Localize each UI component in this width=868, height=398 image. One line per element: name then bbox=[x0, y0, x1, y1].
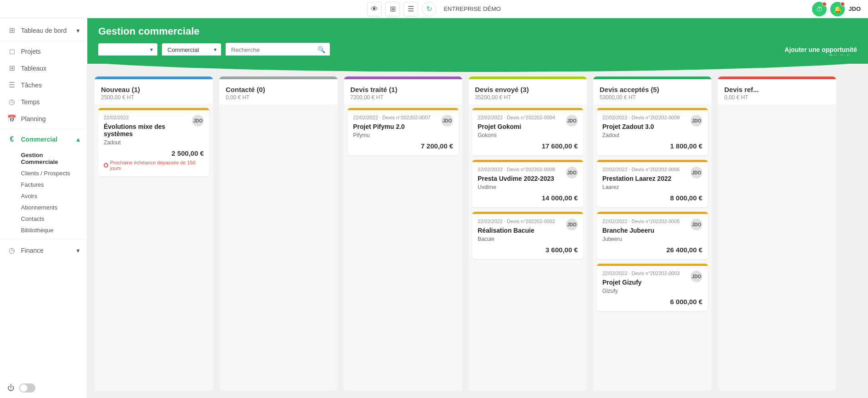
card-body-c9: JDO22/02/2022 · Devis n°202202-0003Proje… bbox=[597, 266, 708, 311]
kanban-col-devis-envoye: Devis envoyé (3) 35200,00 € HT JDO22/02/… bbox=[469, 77, 587, 391]
card-amount-c7: 8 000,00 € bbox=[602, 194, 702, 202]
card-title-c9: Projet Gizufy bbox=[602, 279, 702, 286]
card-title-c8: Branche Jubeeru bbox=[602, 227, 702, 234]
card-title-c3: Projet Gokomi bbox=[478, 123, 578, 130]
add-opportunity-button[interactable]: Ajouter une opportunité bbox=[785, 46, 857, 53]
list-icon-btn[interactable]: ☰ bbox=[404, 2, 418, 16]
card-client-c6: Zadout bbox=[602, 132, 702, 138]
card-avatar-c1: JDO bbox=[192, 115, 204, 127]
clock-badge[interactable]: ⏱ bbox=[812, 2, 827, 16]
kanban-col-title-area-nouveau: Nouveau (1) 2500,00 € HT bbox=[95, 79, 213, 104]
card-amount-c8: 26 400,00 € bbox=[602, 246, 702, 254]
card-date-c6: 22/02/2022 · Devis n°202202-0009 bbox=[602, 115, 702, 120]
page-title: Gestion commerciale bbox=[98, 26, 857, 37]
toggle-knob bbox=[20, 384, 27, 392]
user-label: JDO bbox=[848, 5, 861, 12]
card-title-c5: Réalisation Bacuie bbox=[478, 227, 578, 234]
sidebar-sub-factures[interactable]: Factures bbox=[21, 179, 87, 190]
card-amount-c9: 6 000,00 € bbox=[602, 298, 702, 306]
search-button[interactable]: 🔍 bbox=[313, 43, 330, 56]
kanban-col-cards-nouveau: JDO22/02/2022Évolutions mixe des système… bbox=[95, 104, 213, 391]
card-client-c9: Gizufy bbox=[602, 288, 702, 294]
kanban-col-subtitle-devis-traite: 7200,00 € HT bbox=[350, 94, 456, 101]
sidebar-taches-label: Tâches bbox=[21, 82, 42, 89]
kanban-card-c1[interactable]: JDO22/02/2022Évolutions mixe des système… bbox=[98, 108, 209, 176]
kanban-card-c3[interactable]: JDO22/02/2022 · Devis n°202202-0004Proje… bbox=[472, 108, 583, 155]
kanban-col-subtitle-contacte: 0,00 € HT bbox=[226, 94, 331, 101]
sidebar-finance-label: Finance bbox=[21, 247, 44, 254]
sidebar-item-dashboard[interactable]: ⊞ Tableau de bord ▾ bbox=[0, 22, 87, 39]
page-header: Gestion commerciale Commercial 🔍 Ajouter bbox=[87, 18, 868, 64]
kanban-card-c2[interactable]: JDO22/02/2022 · Devis n°202202-0007Proje… bbox=[348, 108, 459, 155]
temps-icon: ◷ bbox=[7, 97, 16, 106]
kanban-card-c6[interactable]: JDO22/02/2022 · Devis n°202202-0009Proje… bbox=[597, 108, 708, 155]
content-area: Gestion commerciale Commercial 🔍 Ajouter bbox=[87, 18, 868, 398]
kanban-col-title-devis-envoye: Devis envoyé (3) bbox=[475, 86, 580, 93]
sidebar-commercial-subitems: Gestion Commerciale Clients / Prospects … bbox=[0, 148, 87, 238]
card-amount-c2: 7 200,00 € bbox=[353, 142, 453, 150]
reset-label[interactable]: Réinitialiser bbox=[829, 54, 857, 60]
kanban-col-title-area-devis-envoye: Devis envoyé (3) 35200,00 € HT bbox=[469, 79, 587, 104]
sidebar-projets-label: Projets bbox=[21, 48, 41, 55]
search-input[interactable] bbox=[226, 43, 313, 56]
kanban-col-devis-traite: Devis traité (1) 7200,00 € HT JDO22/02/2… bbox=[344, 77, 462, 391]
sidebar-sub-clients-prospects[interactable]: Clients / Prospects bbox=[21, 168, 87, 179]
kanban-board: Nouveau (1) 2500,00 € HT JDO22/02/2022Év… bbox=[87, 64, 868, 398]
sidebar-sub-bibliotheque[interactable]: Bibliothèque bbox=[21, 225, 87, 236]
header-controls: Commercial 🔍 Ajouter une opportunité bbox=[98, 43, 857, 56]
sidebar-item-projets[interactable]: ◻ Projets bbox=[0, 43, 87, 60]
refresh-icon-btn[interactable]: ↻ bbox=[422, 2, 436, 16]
theme-toggle[interactable] bbox=[19, 383, 35, 393]
grid-icon-btn[interactable]: ⊞ bbox=[385, 2, 400, 16]
card-amount-c6: 1 800,00 € bbox=[602, 142, 702, 150]
card-client-c7: Laarez bbox=[602, 184, 702, 190]
sidebar-item-planning[interactable]: 📅 Planning bbox=[0, 110, 87, 127]
bell-badge[interactable]: 🔔 bbox=[830, 2, 845, 16]
card-date-c5: 22/02/2022 · Devis n°202202-0002 bbox=[478, 219, 578, 224]
sidebar-item-finance[interactable]: ◷ Finance ▾ bbox=[0, 242, 87, 259]
sidebar-sub-abonnements[interactable]: Abonnements bbox=[21, 202, 87, 213]
sidebar-item-temps[interactable]: ◷ Temps bbox=[0, 93, 87, 110]
kanban-col-title-contacte: Contacté (0) bbox=[226, 86, 331, 93]
kanban-card-c8[interactable]: JDO22/02/2022 · Devis n°202202-0005Branc… bbox=[597, 212, 708, 259]
pipeline-select[interactable] bbox=[98, 43, 157, 56]
chevron-up-icon: ▴ bbox=[76, 136, 80, 143]
card-date-c3: 22/02/2022 · Devis n°202202-0004 bbox=[478, 115, 578, 120]
kanban-card-c4[interactable]: JDO22/02/2022 · Devis n°202202-0008Prest… bbox=[472, 160, 583, 207]
power-icon[interactable]: ⏻ bbox=[7, 384, 15, 392]
kanban-col-subtitle-nouveau: 2500,00 € HT bbox=[101, 94, 207, 101]
sidebar-item-tableaux[interactable]: ⊞ Tableaux bbox=[0, 60, 87, 77]
card-client-c5: Bacuie bbox=[478, 236, 578, 242]
sidebar-sub-contacts[interactable]: Contacts bbox=[21, 213, 87, 225]
sidebar-bottom: ⏻ bbox=[0, 378, 87, 398]
card-title-c7: Prestation Laarez 2022 bbox=[602, 175, 702, 182]
sidebar-item-commercial[interactable]: € Commercial ▴ bbox=[0, 131, 87, 148]
card-avatar-c8: JDO bbox=[691, 219, 702, 230]
kanban-col-cards-devis-envoye: JDO22/02/2022 · Devis n°202202-0004Proje… bbox=[469, 104, 587, 391]
card-client-c8: Jubeeru bbox=[602, 236, 702, 242]
kanban-col-title-devis-traite: Devis traité (1) bbox=[350, 86, 456, 93]
card-amount-c4: 14 000,00 € bbox=[478, 194, 578, 202]
warning-text-c1: Prochaine échéance dépassée de 150 jours bbox=[110, 160, 204, 171]
commercial-select[interactable]: Commercial bbox=[162, 43, 221, 56]
card-body-c6: JDO22/02/2022 · Devis n°202202-0009Proje… bbox=[597, 110, 708, 155]
kanban-col-title-area-devis-acceptes: Devis acceptés (5) 53000,00 € HT bbox=[593, 79, 712, 104]
kanban-card-c5[interactable]: JDO22/02/2022 · Devis n°202202-0002Réali… bbox=[472, 212, 583, 259]
sidebar: ⊞ Tableau de bord ▾ ◻ Projets ⊞ Tableaux… bbox=[0, 18, 87, 398]
card-amount-c1: 2 500,00 € bbox=[104, 149, 204, 157]
top-bar-center: 👁 ⊞ ☰ ↻ ENTREPRISE DÉMO bbox=[367, 2, 501, 16]
kanban-col-title-area-devis-traite: Devis traité (1) 7200,00 € HT bbox=[344, 79, 462, 104]
sidebar-item-taches[interactable]: ☰ Tâches bbox=[0, 77, 87, 93]
sidebar-sub-avoirs[interactable]: Avoirs bbox=[21, 190, 87, 202]
card-avatar-c2: JDO bbox=[441, 115, 453, 127]
sidebar-sub-gestion-commerciale[interactable]: Gestion Commerciale bbox=[21, 149, 87, 168]
card-date-c8: 22/02/2022 · Devis n°202202-0005 bbox=[602, 219, 702, 224]
kanban-card-c7[interactable]: JDO22/02/2022 · Devis n°202202-0006Prest… bbox=[597, 160, 708, 207]
card-body-c5: JDO22/02/2022 · Devis n°202202-0002Réali… bbox=[472, 214, 583, 259]
kanban-col-title-devis-refuse: Devis ref... bbox=[724, 86, 830, 93]
sidebar-planning-label: Planning bbox=[21, 115, 46, 122]
card-client-c4: Uvdime bbox=[478, 184, 578, 190]
card-client-c1: Zadout bbox=[104, 139, 204, 146]
eye-icon-btn[interactable]: 👁 bbox=[367, 2, 382, 16]
kanban-card-c9[interactable]: JDO22/02/2022 · Devis n°202202-0003Proje… bbox=[597, 264, 708, 311]
